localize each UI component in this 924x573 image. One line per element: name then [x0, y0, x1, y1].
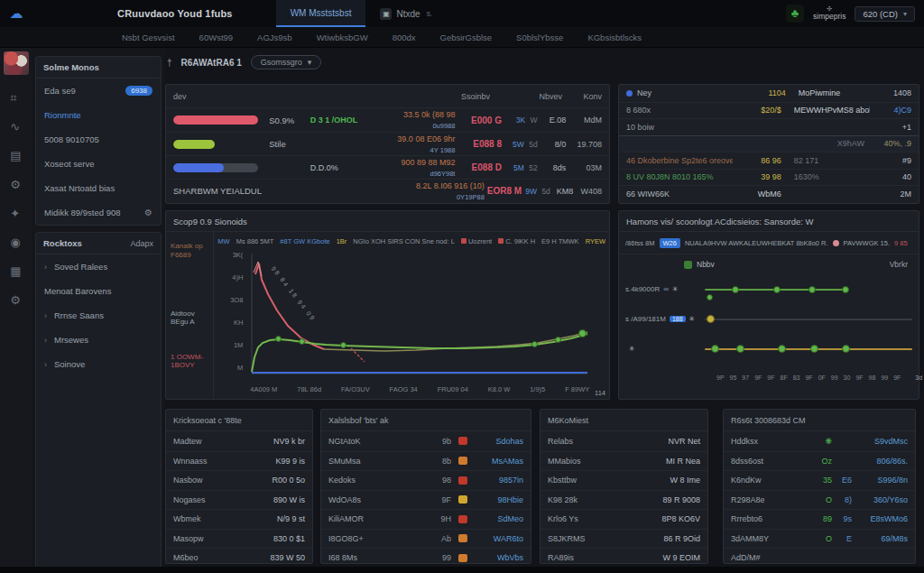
alert-row[interactable]: SMuMsa 8b MsAMas — [321, 451, 531, 471]
alert-row[interactable]: I68 8Ms 99 WbVbs — [321, 548, 531, 568]
alert-row[interactable]: NGtAtoK 9b Sdohas — [321, 431, 531, 451]
alert-link[interactable]: SdMeo — [467, 514, 523, 523]
timeline-row[interactable]: s /A99/181M 188 ✳ — [619, 304, 919, 334]
plant-icon[interactable]: ♣ — [786, 5, 804, 23]
legend-item[interactable]: RYEW — [586, 237, 605, 245]
list-item[interactable]: Masopw 830 0 $1 — [166, 529, 312, 549]
timeline-row[interactable]: ✳ — [619, 334, 919, 364]
resource-link[interactable]: S9vdMsc — [852, 437, 908, 446]
list-item[interactable]: Wnnaass K99 9 is — [166, 451, 312, 471]
host-row[interactable]: 8 680x $20/$ MEWWHPvMS8 abok 4)C9 — [619, 102, 919, 119]
timeline-dot[interactable] — [707, 315, 715, 323]
resource-row[interactable]: Hddksx ❋ S9vdMsc — [724, 431, 915, 451]
list-item[interactable]: RA89is W 9 EOIM — [541, 548, 707, 568]
list-item[interactable]: K98 28k 89 R 9008 — [541, 490, 707, 510]
list-item[interactable]: Kbsttbw W 8 Ime — [541, 470, 707, 490]
legend-item[interactable]: NGIo XOH SIRS CON Sne nod: L — [353, 237, 455, 245]
timeline-dot[interactable] — [707, 294, 713, 300]
globe-icon[interactable]: ◉ — [10, 236, 21, 248]
activity-icon[interactable]: ∿ — [10, 121, 21, 133]
timeline-dot[interactable] — [778, 345, 786, 353]
nav-item[interactable]: KGbsisbtlscks — [587, 32, 642, 42]
status-widget[interactable]: ✣ simpepris — [813, 5, 845, 21]
nav-item[interactable]: WtiwbksbGW — [317, 32, 368, 42]
timeline-dot[interactable] — [736, 345, 744, 353]
metric-row[interactable]: S0.9% D 3 1 /OHOL 33.5 0k (88 98 0u9988 … — [166, 108, 609, 132]
timeline-dot[interactable] — [810, 345, 818, 353]
resource-row[interactable]: 3dAMM8Y O E 69/M8s — [724, 529, 915, 549]
list-item[interactable]: Nasbow R00 0 5o — [166, 470, 312, 490]
resource-link[interactable]: 69/M8s — [852, 534, 908, 543]
sidebar-section-item[interactable]: › Soinove — [36, 352, 161, 376]
host-row[interactable]: 66 WIW66K WbM6 2M — [619, 185, 919, 202]
legend-item[interactable]: 1Br — [337, 237, 347, 245]
timeline-legend-right[interactable]: Vbrkr — [890, 260, 908, 269]
alert-row[interactable]: WdOA8s 9F 98Hbie — [321, 490, 531, 510]
gear-icon[interactable]: ⚙ — [10, 179, 21, 190]
list-item[interactable]: M6beo 839 W 50 — [166, 548, 312, 568]
apps-icon[interactable]: ▦ — [10, 265, 21, 277]
sidebar-item[interactable]: Xoseot serve — [36, 152, 161, 176]
sidebar-section-item[interactable]: › Soved Ralees — [36, 254, 161, 279]
alert-link[interactable]: WAR6to — [467, 534, 523, 543]
sidebar-section-item[interactable]: Menoat Barovens — [36, 279, 161, 303]
timeline-dot[interactable] — [842, 345, 850, 353]
nav-item[interactable]: Nsbt Gesvsist — [122, 32, 175, 42]
alert-row[interactable]: KiliAMOR 9H SdMeo — [321, 509, 531, 529]
legend-item[interactable]: Ms 886 5MT — [236, 237, 274, 245]
resource-link[interactable]: S996/8n — [852, 476, 908, 485]
timeline-dot[interactable] — [773, 286, 781, 293]
resource-row[interactable]: Rrrebto6 89 9s E8sWMo6 — [724, 509, 915, 529]
account-dropdown[interactable]: 620 (CD) ▾ — [855, 6, 915, 22]
resource-row[interactable]: K6ndKw 35 E6 S996/8n — [724, 470, 915, 490]
nav-item[interactable]: GebsirGsblse — [440, 32, 493, 42]
sidebar-item[interactable]: Xasat Nrtoatd bias — [36, 176, 161, 200]
sidebar-section-item[interactable]: › Rrnse Saans — [36, 303, 161, 328]
list-item[interactable]: Madtew NV9 k br — [166, 431, 312, 451]
legend-item[interactable]: Uozrent — [461, 237, 492, 245]
resource-link[interactable]: 806/86s. — [852, 457, 908, 466]
nav-item[interactable]: 800dx — [393, 32, 416, 42]
alert-link[interactable]: WbVbs — [467, 553, 523, 562]
nav-item[interactable]: AGJs9sb — [257, 32, 292, 42]
host-row[interactable]: 8 UV 80J8N 8010 165% 39 98 1630% 40 — [619, 169, 919, 186]
alert-link[interactable]: Sdohas — [467, 437, 523, 446]
resource-row[interactable]: AdD/M# — [724, 548, 915, 568]
timeline-dot[interactable] — [732, 286, 739, 293]
legend-item[interactable]: C. 9lKK H — [498, 237, 535, 245]
sidebar-item[interactable]: Midikk 89/9sted 908 ⚙ — [36, 200, 161, 225]
logo-cloud-icon[interactable]: ☁ — [7, 5, 25, 22]
host-row[interactable]: X9hAW 40%, .9 — [619, 135, 919, 152]
host-row[interactable]: 10 boiw +1 — [619, 118, 919, 135]
settings-icon[interactable]: ⚙ — [10, 294, 21, 306]
timeline-dot[interactable] — [842, 286, 849, 293]
nav-item[interactable]: S0blslYbsse — [516, 32, 563, 42]
scope-selector-button[interactable]: Gsomssgro ▾ — [251, 55, 322, 69]
host-row[interactable]: 46 Dkoberbine Sp2te6 oreove 86 96 82 171… — [619, 152, 919, 169]
alert-link[interactable]: 9857in — [467, 476, 523, 485]
sidebar-item[interactable]: 5008 9010705 — [36, 127, 161, 152]
tab-active[interactable]: WM Msststsbst — [276, 0, 366, 27]
legend-item[interactable]: #8T GW KGbote — [280, 237, 329, 245]
resource-link[interactable]: E8sWMo6 — [852, 514, 908, 523]
spark-icon[interactable]: ✦ — [10, 208, 21, 219]
host-row[interactable]: Ney 1104 MoPiwmine 1408 — [619, 85, 919, 102]
metric-row[interactable]: D.D.0% 900 89 88 M92 d96Y98t E088 D 5M 5… — [166, 155, 609, 179]
list-item[interactable]: S8JKRMS 86 R 9Oid — [541, 529, 707, 549]
metric-row[interactable]: SHARBWM YEIALDUL 8.2L 8.I06 916 (10) 0Y1… — [166, 179, 609, 202]
resource-row[interactable]: R298A8e O 8) 360/Y6so — [724, 490, 915, 510]
list-item[interactable]: Krlo6 Ys 8P8 KO6V — [541, 509, 707, 529]
sidebar-item[interactable]: Eda se9 6938 — [36, 79, 161, 103]
list-item[interactable]: MMabios MI R Nea — [541, 451, 707, 471]
alert-row[interactable]: I8GO8G+ Ab WAR6to — [321, 529, 531, 549]
tab-secondary[interactable]: ▣ Ntxde s. — [365, 0, 447, 27]
resource-link[interactable]: 360/Y6so — [852, 495, 908, 504]
alert-link[interactable]: MsAMas — [467, 457, 523, 466]
user-avatar[interactable] — [4, 51, 29, 75]
grid-icon[interactable]: ⌗ — [10, 92, 21, 104]
timeline-dot[interactable] — [711, 345, 719, 353]
timeline-dot[interactable] — [808, 286, 816, 293]
sidebar-item[interactable]: Rionmnte — [36, 103, 161, 127]
timeline-legend-left[interactable]: Nbbv — [697, 260, 715, 269]
legend-item[interactable]: E9 H TMWK — [541, 237, 579, 245]
